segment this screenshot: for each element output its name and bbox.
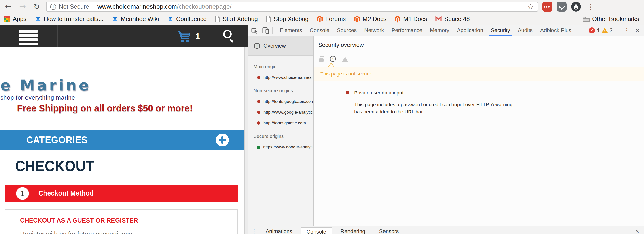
bookmark-confluence[interactable]: Confluence: [167, 16, 207, 22]
drawer-tab-rendering[interactable]: Rendering: [335, 228, 371, 234]
security-finding: Private user data input This page includ…: [314, 90, 644, 115]
cart-button[interactable]: 1: [177, 29, 200, 42]
categories-expand-icon[interactable]: [216, 134, 229, 147]
checkout-step-bar[interactable]: 1 Checkout Method: [5, 185, 238, 202]
flame-extension-icon[interactable]: [571, 2, 581, 11]
device-toolbar-icon[interactable]: [262, 27, 269, 34]
finding-description: This page includes a password or credit …: [354, 101, 512, 115]
hamburger-menu-icon[interactable]: [18, 30, 38, 45]
bookmark-meanbee-wiki[interactable]: Meanbee Wiki: [112, 16, 159, 22]
bookmark-start-xdebug[interactable]: Start Xdebug: [215, 16, 258, 22]
extension-row: ⋮: [542, 2, 599, 11]
security-overview-title: Security overview: [318, 41, 644, 48]
bookmark-label: Apps: [13, 16, 26, 22]
other-bookmarks[interactable]: Other Bookmarks: [582, 16, 639, 22]
lastpass-extension-icon[interactable]: [542, 2, 552, 11]
tab-memory[interactable]: Memory: [426, 25, 453, 36]
lock-icon[interactable]: [319, 58, 324, 62]
bookmark-label: Space 48: [444, 16, 470, 22]
origin-url: https://www.google-analytics.com: [263, 145, 313, 150]
devtools-toolbar: Elements Console Sources Network Perform…: [248, 25, 644, 36]
devtools-close-icon[interactable]: ×: [635, 26, 640, 35]
drawer-close-icon[interactable]: ×: [635, 228, 639, 234]
error-badge-icon[interactable]: ×: [589, 27, 595, 33]
categories-bar[interactable]: CATEGORIES: [0, 130, 244, 150]
overview-label: Overview: [264, 43, 286, 49]
tab-sources[interactable]: Sources: [333, 25, 360, 36]
origin-url: http://www.choicemarineshop.com: [264, 75, 313, 80]
origin-item[interactable]: http://www.google-analytics.com: [257, 110, 313, 115]
page-icon: [215, 16, 220, 22]
devtools-panel: Elements Console Sources Network Perform…: [248, 25, 644, 234]
bookmark-space-48[interactable]: Space 48: [435, 16, 470, 22]
pocket-extension-icon[interactable]: [557, 2, 567, 11]
step-label: Checkout Method: [38, 189, 94, 197]
bookmark-star-icon[interactable]: ☆: [527, 2, 534, 11]
origin-item[interactable]: http://www.choicemarineshop.com: [257, 75, 313, 80]
cart-icon: [177, 29, 192, 42]
gmail-m-icon: [435, 16, 442, 22]
tab-security[interactable]: Security: [487, 25, 514, 36]
drawer-tab-animations[interactable]: Animations: [260, 228, 298, 234]
origin-item[interactable]: http://fonts.gstatic.com: [257, 121, 313, 125]
bookmark-m1-docs[interactable]: M1 Docs: [394, 15, 427, 22]
bookmark-m2-docs[interactable]: M2 Docs: [354, 15, 386, 22]
logo-text: e Marine: [0, 78, 91, 93]
tab-adblock-plus[interactable]: Adblock Plus: [536, 25, 575, 36]
cart-count: 1: [196, 32, 200, 40]
chrome-menu-icon[interactable]: ⋮: [587, 2, 595, 11]
guest-text: Register with us for future convenience:: [20, 231, 237, 234]
origin-url: http://fonts.gstatic.com: [264, 121, 306, 125]
info-icon[interactable]: [330, 56, 336, 62]
magento-icon: [394, 15, 401, 22]
web-page: 1 e Marine shop for everything marine Fr…: [0, 25, 248, 234]
banner-text: This page is not secure.: [320, 71, 373, 77]
tab-performance[interactable]: Performance: [388, 25, 426, 36]
bookmark-label: Start Xdebug: [222, 16, 258, 22]
origin-item[interactable]: http://fonts.googleapis.com: [257, 99, 313, 104]
bookmark-apps[interactable]: Apps: [4, 16, 26, 22]
not-secure-banner: This page is not secure.: [314, 67, 644, 81]
url-bar[interactable]: Not Secure www.choicemarineshop.com /che…: [46, 1, 538, 12]
tab-application[interactable]: Application: [453, 25, 487, 36]
tab-network[interactable]: Network: [360, 25, 388, 36]
guest-heading: CHECKOUT AS A GUEST OR REGISTER: [20, 217, 220, 224]
screen: ← → ↻ Not Secure www.choicemarineshop.co…: [0, 0, 644, 234]
bookmark-how-to-transfer-calls[interactable]: How to transfer calls...: [35, 16, 104, 22]
drawer-tab-sensors[interactable]: Sensors: [374, 228, 404, 234]
page-info-icon[interactable]: [50, 4, 56, 10]
logo-tagline: shop for everything marine: [0, 94, 91, 101]
page-title: CHECKOUT: [15, 157, 94, 175]
tab-audits[interactable]: Audits: [514, 25, 536, 36]
tab-console[interactable]: Console: [306, 25, 333, 36]
warning-triangle-icon[interactable]: [342, 57, 348, 62]
search-icon[interactable]: [223, 30, 232, 38]
drawer-tab-console[interactable]: Console: [301, 227, 332, 234]
bookmark-stop-xdebug[interactable]: Stop Xdebug: [266, 16, 308, 22]
drawer-menu-icon[interactable]: ⋮: [251, 228, 257, 234]
warning-badge-icon[interactable]: [602, 28, 608, 33]
banner-caret: [328, 63, 335, 67]
back-button[interactable]: ←: [5, 3, 12, 11]
site-logo[interactable]: e Marine shop for everything marine: [0, 78, 91, 101]
sidebar-item-overview[interactable]: Overview: [248, 36, 313, 56]
confluence-icon: [35, 16, 41, 22]
not-secure-label: Not Secure: [59, 3, 89, 10]
forward-button[interactable]: →: [19, 3, 26, 11]
insecure-dot-icon: [257, 76, 260, 79]
origin-item[interactable]: https://www.google-analytics.com: [257, 145, 313, 150]
insecure-dot-icon: [346, 91, 349, 94]
bookmark-forums[interactable]: Forums: [317, 15, 346, 22]
page-scrollbar[interactable]: [244, 47, 248, 234]
bookmark-label: M2 Docs: [363, 16, 386, 22]
tab-elements[interactable]: Elements: [276, 25, 306, 36]
url-divider: [93, 3, 94, 10]
magento-icon: [317, 15, 323, 22]
inspect-element-icon[interactable]: [251, 27, 258, 34]
reload-button[interactable]: ↻: [34, 3, 40, 10]
security-sidebar: Overview Main origin http://www.choicema…: [248, 36, 314, 226]
navigation-row: ← → ↻ Not Secure www.choicemarineshop.co…: [0, 0, 644, 13]
security-overview-main: Security overview This page is not secur…: [314, 36, 644, 226]
devtools-menu-icon[interactable]: ⋮: [623, 26, 630, 35]
step-number-badge: 1: [16, 187, 29, 200]
